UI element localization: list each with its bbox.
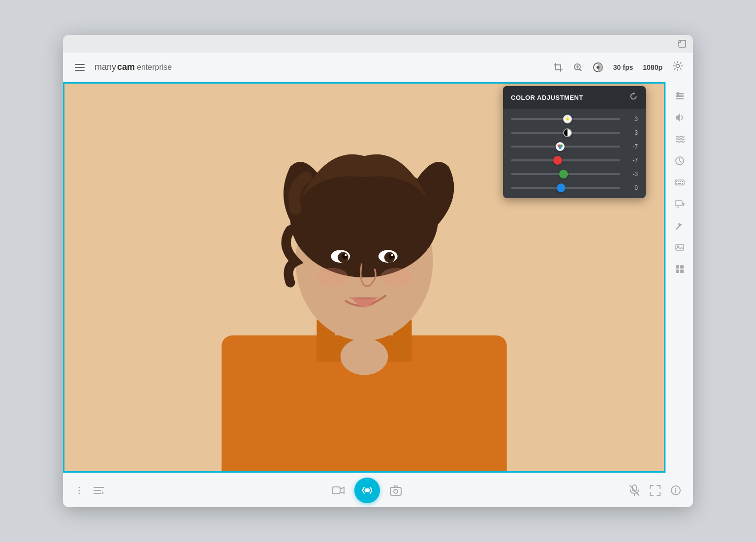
- playlist-icon[interactable]: [94, 486, 104, 495]
- svg-rect-44: [676, 183, 677, 184]
- keyboard-icon[interactable]: [670, 173, 690, 192]
- svg-point-3: [597, 66, 599, 69]
- grid-icon[interactable]: [670, 259, 690, 279]
- red-slider[interactable]: [511, 156, 620, 165]
- video-area: COLOR ADJUSTMENT: [63, 82, 665, 473]
- logo-cam: cam: [117, 62, 135, 72]
- global-settings-icon[interactable]: [672, 60, 683, 74]
- svg-rect-42: [680, 181, 681, 182]
- saturation-slider[interactable]: [511, 142, 620, 151]
- svg-point-27: [380, 268, 411, 287]
- effects-icon[interactable]: [670, 129, 690, 149]
- svg-rect-48: [677, 207, 679, 208]
- svg-rect-43: [682, 181, 683, 182]
- svg-rect-41: [678, 181, 679, 182]
- svg-point-16: [342, 254, 347, 259]
- green-value: -3: [624, 171, 638, 178]
- window-titlebar: [63, 35, 693, 53]
- brightness-value: 3: [624, 116, 638, 122]
- svg-rect-39: [675, 180, 684, 185]
- image-icon[interactable]: [670, 238, 690, 257]
- logo-many: many: [94, 62, 116, 72]
- bottom-center: [332, 478, 402, 503]
- brightness-slider[interactable]: [511, 115, 620, 123]
- svg-point-28: [567, 118, 569, 120]
- resolution-label: 1080p: [643, 63, 662, 71]
- blue-slider[interactable]: [511, 183, 620, 192]
- logo: manycam enterprise: [94, 62, 172, 72]
- svg-rect-47: [675, 201, 682, 206]
- svg-point-61: [394, 489, 398, 493]
- svg-rect-0: [679, 40, 686, 47]
- green-slider[interactable]: [511, 170, 620, 179]
- wand-icon[interactable]: [670, 216, 690, 236]
- crop-icon[interactable]: [553, 62, 563, 72]
- svg-point-55: [79, 486, 80, 488]
- info-icon[interactable]: [670, 485, 681, 496]
- svg-rect-25: [370, 351, 379, 367]
- brightness-slider-row: 3: [511, 115, 638, 123]
- contrast-slider[interactable]: [511, 128, 620, 137]
- live-broadcast-button[interactable]: [354, 478, 380, 503]
- color-panel-header: COLOR ADJUSTMENT: [503, 86, 646, 109]
- svg-rect-58: [332, 487, 340, 494]
- green-slider-row: -3: [511, 170, 638, 179]
- app-body: manycam enterprise: [63, 53, 693, 507]
- zoom-icon[interactable]: [573, 62, 583, 72]
- more-options-icon[interactable]: [75, 486, 84, 495]
- fullscreen-icon[interactable]: [650, 485, 661, 496]
- svg-rect-51: [676, 265, 679, 269]
- color-icon[interactable]: [593, 62, 603, 73]
- color-panel-body: 3 3: [503, 109, 646, 198]
- top-toolbar: manycam enterprise: [63, 53, 693, 82]
- right-sidebar: [665, 82, 693, 473]
- toolbar-right: 30 fps 1080p: [553, 60, 683, 74]
- svg-rect-46: [682, 183, 683, 184]
- svg-rect-49: [676, 244, 684, 250]
- svg-point-57: [79, 492, 80, 494]
- svg-rect-52: [680, 265, 684, 269]
- layers-icon[interactable]: [670, 86, 690, 106]
- bottom-left: [75, 486, 104, 495]
- svg-rect-24: [348, 346, 358, 364]
- microphone-mute-icon[interactable]: [629, 484, 640, 496]
- menu-button[interactable]: [73, 62, 87, 73]
- saturation-value: -7: [624, 143, 638, 150]
- red-slider-row: -7: [511, 156, 638, 165]
- video-camera-icon[interactable]: [332, 485, 345, 495]
- logo-enterprise: enterprise: [137, 63, 172, 72]
- svg-point-32: [559, 146, 562, 149]
- clock-icon[interactable]: [670, 151, 690, 171]
- contrast-value: 3: [624, 129, 638, 136]
- svg-point-17: [345, 254, 346, 256]
- monitor-icon[interactable]: [670, 194, 690, 214]
- main-content: COLOR ADJUSTMENT: [63, 82, 693, 473]
- svg-point-56: [79, 489, 80, 491]
- bottom-right: [629, 484, 681, 496]
- color-panel-title: COLOR ADJUSTMENT: [511, 94, 583, 101]
- svg-rect-53: [676, 270, 679, 273]
- color-adjustment-panel: COLOR ADJUSTMENT: [503, 86, 646, 198]
- reset-button[interactable]: [629, 92, 638, 103]
- audio-icon[interactable]: [670, 108, 690, 127]
- fps-label: 30 fps: [613, 63, 633, 71]
- svg-rect-40: [676, 181, 677, 182]
- red-value: -7: [624, 157, 638, 164]
- contrast-slider-row: 3: [511, 128, 638, 137]
- svg-rect-37: [677, 94, 679, 96]
- app-window: manycam enterprise: [63, 35, 693, 507]
- svg-point-26: [316, 268, 348, 287]
- svg-point-4: [676, 64, 680, 68]
- window-maximize[interactable]: [677, 39, 687, 49]
- saturation-slider-row: -7: [511, 142, 638, 151]
- svg-point-64: [675, 487, 676, 488]
- svg-point-21: [391, 254, 393, 256]
- svg-rect-23: [359, 330, 371, 361]
- toolbar-left: manycam enterprise: [73, 62, 545, 73]
- svg-rect-54: [680, 270, 684, 273]
- snapshot-icon[interactable]: [390, 485, 402, 496]
- svg-rect-36: [677, 92, 679, 94]
- bottom-toolbar: [63, 473, 693, 507]
- svg-rect-45: [678, 183, 681, 184]
- blue-value: 0: [624, 184, 638, 191]
